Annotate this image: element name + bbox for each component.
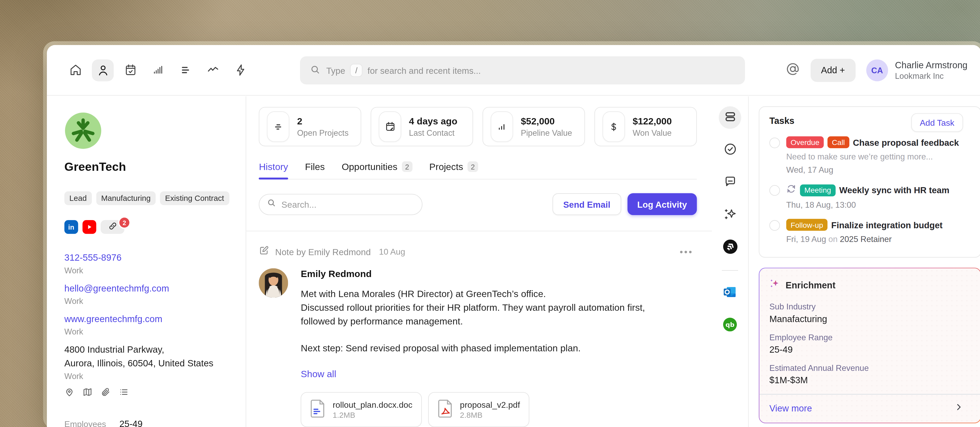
main-column: 2 Open Projects 4 days ago Last Contact [246,96,712,427]
address-line-1: 4800 Industrial Parkway, [64,343,229,356]
tab-opportunities[interactable]: Opportunities2 [342,161,412,172]
history-search[interactable] [259,193,423,215]
task-row[interactable]: Follow-up Finalize integration budget Fr… [769,219,970,244]
nav-home-button[interactable] [64,59,86,81]
field-label: Employee Range [769,333,970,342]
website-link[interactable]: www.greentechmfg.com [64,312,229,326]
task-date: Thu, 18 Aug, 13:00 [786,200,949,210]
strip-comments-button[interactable] [719,171,741,194]
task-checkbox[interactable] [769,185,780,196]
tasks-title: Tasks [769,116,794,126]
email-link[interactable]: hello@greentechmfg.com [64,282,229,295]
type-badge: Meeting [800,184,836,196]
task-checkbox[interactable] [769,138,780,148]
global-search-bar[interactable]: Type / for search and recent items... [300,56,745,84]
note-body: Emily Redmond Met with Lena Morales (HR … [259,268,697,427]
history-search-input[interactable] [282,199,406,209]
search-placeholder-prefix: Type [326,65,345,75]
note-paragraph-3: Next step: Send revised proposal with ph… [301,342,671,355]
stat-value: 4 days ago [409,116,457,126]
add-task-button[interactable]: Add Task [911,113,963,132]
nav-lists-button[interactable] [174,59,196,81]
stat-label: Won Value [633,128,671,138]
user-avatar[interactable]: CA [866,59,888,81]
strip-feed-button[interactable] [719,236,741,259]
note-paragraph-2: Discussed rollout priorities for their H… [301,301,671,328]
nav-analytics-button[interactable] [147,59,169,81]
quickbooks-icon: qb [722,317,738,335]
field-value: 25-49 [769,344,970,355]
paperclip-icon[interactable] [101,387,111,400]
add-button[interactable]: Add + [810,59,856,82]
tag-row: Lead Manufacturing Existing Contract [64,191,229,205]
top-right-cluster: Add + CA Charlie Armstrong Lookmark Inc [785,59,967,82]
file-size: 2.8MB [460,410,520,419]
send-email-button[interactable]: Send Email [553,193,621,215]
nav-activity-button[interactable] [202,59,224,81]
author-avatar [259,268,288,298]
phone-entry: 312-555-8976 Work [64,251,229,275]
strip-tasks-button[interactable] [719,139,741,161]
stat-won-value[interactable]: $122,000 Won Value [595,107,697,146]
website-label: Work [64,327,229,336]
link-icon [108,221,117,233]
linkedin-icon[interactable]: in [64,220,78,234]
map-pin-icon[interactable] [64,387,74,400]
nav-calendar-button[interactable] [119,59,141,81]
employees-row: Employees 25-49 [64,419,229,427]
employees-value[interactable]: 25-49 [119,419,143,427]
bar-chart-icon [491,111,513,142]
task-row[interactable]: Meeting Weekly sync with HR team Thu, 18… [769,184,970,209]
list-icon[interactable] [119,387,129,400]
file-attachment-doc[interactable]: rollout_plan.docx.doc 1.2MB [301,392,422,427]
links-chip[interactable]: 2 [101,220,124,234]
tag-lead[interactable]: Lead [64,191,92,205]
user-menu[interactable]: CA Charlie Armstrong Lookmark Inc [866,59,967,81]
person-icon [96,63,110,77]
strip-ai-button[interactable] [719,204,741,226]
stat-pipeline-value[interactable]: $52,000 Pipeline Value [483,107,585,146]
date-context-link[interactable]: 2025 Retainer [840,234,892,244]
contact-list: 312-555-8976 Work hello@greentechmfg.com… [64,251,229,381]
tab-history[interactable]: History [259,161,288,172]
desktop-background: Type / for search and recent items... Ad… [0,0,980,427]
top-bar: Type / for search and recent items... Ad… [47,45,980,96]
strip-quickbooks-button[interactable]: qb [719,314,741,337]
tabs: History Files Opportunities2 Projects2 [259,161,697,180]
task-row[interactable]: Overdue Call Chase proposal feedback Nee… [769,136,970,174]
tab-files[interactable]: Files [305,161,325,172]
stat-label: Last Contact [409,128,457,138]
website-entry: www.greentechmfg.com Work [64,312,229,336]
lightning-icon [234,63,247,77]
log-activity-button[interactable]: Log Activity [627,193,697,215]
file-attachment-pdf[interactable]: proposal_v2.pdf 2.8MB [428,392,530,427]
phone-link[interactable]: 312-555-8976 [64,251,229,264]
home-icon [68,63,82,77]
mentions-icon[interactable] [785,62,800,78]
strip-outlook-button[interactable] [719,282,741,304]
map-icon[interactable] [83,387,92,400]
youtube-icon[interactable] [83,220,96,234]
nav-automations-button[interactable] [229,59,251,81]
task-checkbox[interactable] [769,220,780,231]
chevron-right-icon [955,403,963,414]
tag-manufacturing[interactable]: Manufacturing [96,191,156,205]
tag-existing-contract[interactable]: Existing Contract [160,191,229,205]
strip-cards-button[interactable] [719,106,741,129]
field-value: $1M-$3M [769,375,970,385]
tab-projects[interactable]: Projects2 [430,161,478,172]
stat-last-contact[interactable]: 4 days ago Last Contact [371,107,473,146]
address-actions [64,387,229,400]
pdf-file-icon [438,399,453,421]
stat-open-projects[interactable]: 2 Open Projects [259,107,361,146]
view-more-link[interactable]: View more [769,403,812,413]
show-all-link[interactable]: Show all [301,368,671,379]
type-badge: Follow-up [786,219,827,231]
field-label: Sub Industry [769,302,970,312]
nav-contacts-button[interactable] [92,59,114,81]
cards-icon [723,109,737,126]
search-placeholder-suffix: for search and recent items... [368,65,481,75]
slash-keycap: / [351,64,362,76]
email-label: Work [64,296,229,306]
stat-value: $122,000 [633,116,671,126]
